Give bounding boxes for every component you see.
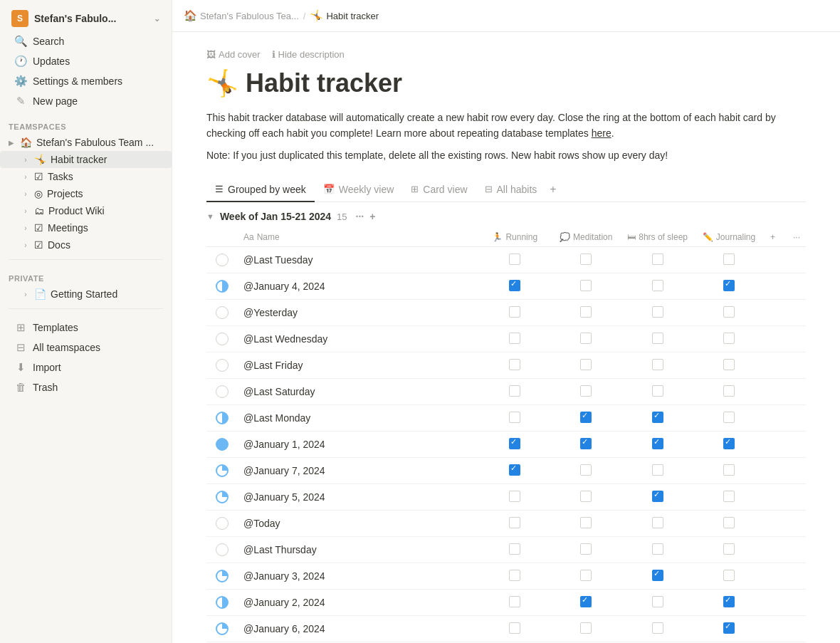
- checkbox-empty[interactable]: [580, 359, 592, 370]
- checkbox-checked[interactable]: [652, 491, 663, 502]
- checkbox-empty[interactable]: [509, 359, 520, 370]
- sidebar-item-getting-started[interactable]: ›📄Getting Started: [0, 286, 172, 303]
- row-name[interactable]: @Last Tuesday: [243, 254, 313, 266]
- th-more[interactable]: ···: [787, 228, 806, 247]
- group-toggle[interactable]: ▼: [206, 212, 214, 221]
- checkbox-empty[interactable]: [723, 359, 735, 370]
- sidebar-nav-updates[interactable]: 🕐Updates: [6, 51, 166, 71]
- sidebar-nav-new-page[interactable]: ✎New page: [6, 91, 166, 111]
- checkbox-empty[interactable]: [723, 543, 735, 555]
- sidebar-item-teamspace[interactable]: ▶ 🏠 Stefan's Fabulous Team ...: [0, 134, 172, 151]
- group-more-icon[interactable]: ···: [356, 211, 364, 222]
- tab-weekly-view[interactable]: 📅Weekly view: [315, 178, 403, 202]
- sidebar-item-meetings[interactable]: ›☑Meetings: [0, 219, 172, 236]
- checkbox-empty[interactable]: [509, 570, 520, 581]
- row-name[interactable]: @Last Friday: [243, 360, 303, 371]
- checkbox-empty[interactable]: [723, 306, 735, 318]
- checkbox-empty[interactable]: [652, 517, 663, 528]
- checkbox-empty[interactable]: [723, 517, 735, 528]
- checkbox-empty[interactable]: [580, 306, 592, 318]
- checkbox-empty[interactable]: [509, 253, 520, 265]
- checkbox-empty[interactable]: [723, 385, 735, 397]
- group-add-icon[interactable]: +: [369, 211, 375, 222]
- row-name[interactable]: @January 5, 2024: [243, 491, 325, 503]
- row-name[interactable]: @Last Wednesday: [243, 333, 327, 345]
- row-name[interactable]: @Last Monday: [243, 412, 310, 424]
- checkbox-empty[interactable]: [509, 385, 520, 397]
- checkbox-empty[interactable]: [580, 543, 592, 555]
- row-name[interactable]: @January 6, 2024: [243, 623, 325, 634]
- checkbox-checked[interactable]: [723, 596, 735, 607]
- checkbox-empty[interactable]: [652, 464, 663, 476]
- sidebar-item-habit-tracker[interactable]: ›🤸Habit tracker: [0, 151, 172, 168]
- checkbox-empty[interactable]: [652, 333, 663, 344]
- checkbox-empty[interactable]: [580, 517, 592, 528]
- hide-description-button[interactable]: ℹ Hide description: [272, 49, 345, 60]
- checkbox-empty[interactable]: [580, 385, 592, 397]
- checkbox-checked[interactable]: [509, 438, 520, 449]
- checkbox-empty[interactable]: [652, 622, 663, 634]
- breadcrumb-1[interactable]: 🤸Habit tracker: [310, 9, 379, 22]
- checkbox-empty[interactable]: [509, 622, 520, 634]
- checkbox-empty[interactable]: [723, 253, 735, 265]
- row-name[interactable]: @Today: [243, 518, 280, 529]
- row-name[interactable]: @Last Thursday: [243, 544, 317, 555]
- th-add-col[interactable]: +: [765, 228, 787, 247]
- checkbox-empty[interactable]: [723, 412, 735, 423]
- row-name[interactable]: @January 7, 2024: [243, 465, 325, 476]
- tab-card-view[interactable]: ⊞Card view: [402, 178, 476, 202]
- checkbox-empty[interactable]: [723, 570, 735, 581]
- checkbox-checked[interactable]: [723, 438, 735, 449]
- checkbox-checked[interactable]: [509, 464, 520, 476]
- sidebar-bottom-templates[interactable]: ⊞Templates: [6, 318, 166, 338]
- checkbox-empty[interactable]: [652, 543, 663, 555]
- checkbox-empty[interactable]: [509, 596, 520, 607]
- checkbox-empty[interactable]: [509, 306, 520, 318]
- checkbox-empty[interactable]: [580, 280, 592, 291]
- row-name[interactable]: @January 2, 2024: [243, 597, 325, 608]
- checkbox-empty[interactable]: [509, 333, 520, 344]
- checkbox-empty[interactable]: [509, 412, 520, 423]
- row-name[interactable]: @January 4, 2024: [243, 281, 325, 292]
- checkbox-empty[interactable]: [652, 306, 663, 318]
- checkbox-empty[interactable]: [509, 491, 520, 502]
- tab-all-habits[interactable]: ⊟All habits: [476, 178, 546, 202]
- checkbox-checked[interactable]: [652, 412, 663, 423]
- checkbox-empty[interactable]: [580, 622, 592, 634]
- checkbox-empty[interactable]: [580, 464, 592, 476]
- checkbox-empty[interactable]: [509, 543, 520, 555]
- checkbox-empty[interactable]: [580, 333, 592, 344]
- checkbox-empty[interactable]: [580, 491, 592, 502]
- add-tab-button[interactable]: +: [545, 177, 560, 202]
- checkbox-checked[interactable]: [580, 412, 592, 423]
- checkbox-checked[interactable]: [580, 596, 592, 607]
- sidebar-bottom-all-teamspaces[interactable]: ⊟All teamspaces: [6, 338, 166, 357]
- checkbox-checked[interactable]: [723, 280, 735, 291]
- checkbox-empty[interactable]: [652, 385, 663, 397]
- add-cover-button[interactable]: 🖼 Add cover: [206, 49, 261, 60]
- row-name[interactable]: @Last Saturday: [243, 386, 315, 397]
- checkbox-empty[interactable]: [652, 359, 663, 370]
- checkbox-checked[interactable]: [652, 570, 663, 581]
- sidebar-item-product-wiki[interactable]: ›🗂Product Wiki: [0, 202, 172, 219]
- checkbox-empty[interactable]: [652, 253, 663, 265]
- checkbox-empty[interactable]: [723, 464, 735, 476]
- workspace-switcher[interactable]: S Stefan's Fabulo... ⌄: [6, 6, 166, 31]
- checkbox-empty[interactable]: [580, 570, 592, 581]
- checkbox-empty[interactable]: [652, 280, 663, 291]
- sidebar-bottom-trash[interactable]: 🗑Trash: [6, 377, 166, 397]
- here-link[interactable]: here: [592, 127, 611, 139]
- sidebar-item-projects[interactable]: ›◎Projects: [0, 185, 172, 202]
- sidebar-item-tasks[interactable]: ›☑Tasks: [0, 168, 172, 185]
- sidebar-item-docs[interactable]: ›☑Docs: [0, 236, 172, 253]
- tab-grouped-by-week[interactable]: ☰Grouped by week: [206, 178, 315, 202]
- checkbox-checked[interactable]: [652, 438, 663, 449]
- checkbox-empty[interactable]: [723, 491, 735, 502]
- checkbox-empty[interactable]: [580, 253, 592, 265]
- checkbox-empty[interactable]: [652, 596, 663, 607]
- row-name[interactable]: @Yesterday: [243, 307, 298, 318]
- checkbox-checked[interactable]: [580, 438, 592, 449]
- sidebar-bottom-import[interactable]: ⬇Import: [6, 357, 166, 377]
- checkbox-checked[interactable]: [723, 622, 735, 634]
- row-name[interactable]: @January 1, 2024: [243, 439, 325, 450]
